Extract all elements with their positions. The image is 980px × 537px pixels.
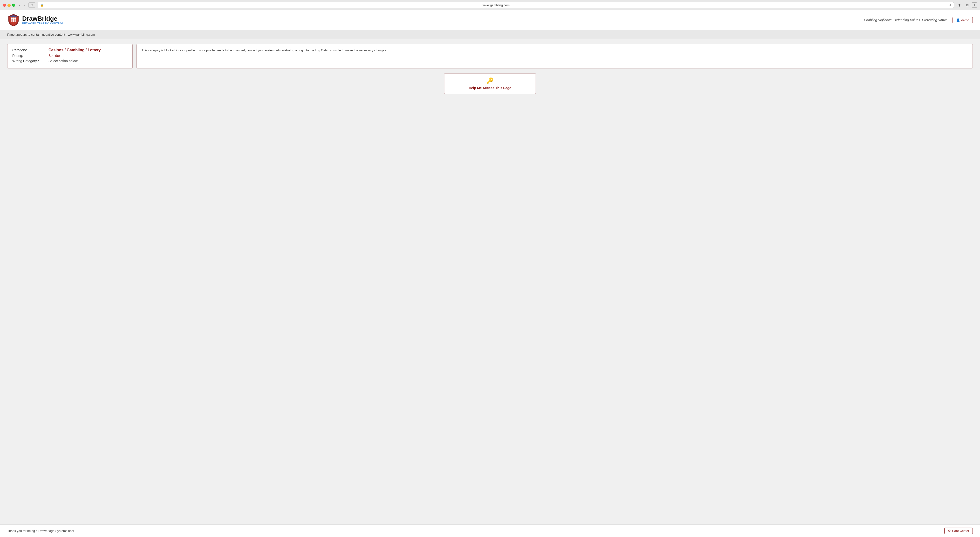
close-traffic-light[interactable] bbox=[3, 4, 6, 7]
access-button-wrap: 🔑 Help Me Access This Page bbox=[7, 73, 973, 94]
address-bar-container: 🔒 ↺ bbox=[38, 2, 954, 8]
care-center-icon: ⚙ bbox=[948, 529, 951, 533]
site-header: DrawBridge NETWORK TRAFFIC CONTROL Enabl… bbox=[0, 10, 980, 30]
svg-rect-0 bbox=[11, 18, 12, 22]
nav-buttons: ‹ › bbox=[18, 3, 26, 8]
browser-chrome: ‹ › ⊡ 🔒 ↺ ⬆ ⧉ + bbox=[0, 0, 980, 10]
tab-view-button[interactable]: ⊡ bbox=[29, 2, 35, 8]
category-label: Category: bbox=[12, 48, 46, 52]
page-wrapper: DrawBridge NETWORK TRAFFIC CONTROL Enabl… bbox=[0, 10, 980, 537]
traffic-lights bbox=[3, 4, 15, 7]
svg-rect-3 bbox=[11, 17, 12, 19]
demo-label: demo bbox=[961, 18, 969, 22]
brand-subtitle: NETWORK TRAFFIC CONTROL bbox=[22, 22, 64, 25]
wrong-category-row: Wrong Category? Select action below bbox=[12, 59, 127, 63]
block-description: This category is blocked in your profile… bbox=[142, 48, 968, 53]
maximize-traffic-light[interactable] bbox=[12, 4, 15, 7]
alert-banner: Page appears to contain negative content… bbox=[0, 30, 980, 39]
left-info-card: Category: Casinos / Gambling / Lottery R… bbox=[7, 44, 133, 68]
category-row: Category: Casinos / Gambling / Lottery bbox=[12, 48, 127, 52]
duplicate-button[interactable]: ⧉ bbox=[964, 2, 970, 8]
category-value: Casinos / Gambling / Lottery bbox=[48, 48, 101, 52]
alert-text: Page appears to contain negative content… bbox=[7, 33, 95, 37]
forward-button[interactable]: › bbox=[22, 3, 26, 8]
svg-rect-4 bbox=[13, 17, 15, 19]
help-access-button[interactable]: 🔑 Help Me Access This Page bbox=[444, 73, 536, 94]
demo-button[interactable]: 👤 demo bbox=[953, 17, 973, 23]
care-center-label: Care Center bbox=[952, 529, 969, 533]
site-footer: Thank you for being a Drawbridge Systems… bbox=[0, 524, 980, 537]
rating-row: Rating: Boulder bbox=[12, 54, 127, 57]
key-icon: 🔑 bbox=[486, 77, 494, 84]
cards-row: Category: Casinos / Gambling / Lottery R… bbox=[7, 44, 973, 68]
footer-text: Thank you for being a Drawbridge Systems… bbox=[7, 529, 74, 533]
page-spacer bbox=[0, 101, 980, 524]
tagline: Enabling Vigilance. Defending Values. Pr… bbox=[864, 18, 948, 22]
browser-actions: ⬆ ⧉ + bbox=[956, 2, 977, 8]
svg-rect-2 bbox=[14, 18, 16, 22]
back-button[interactable]: ‹ bbox=[18, 3, 22, 8]
demo-icon: 👤 bbox=[956, 18, 960, 22]
main-content: Category: Casinos / Gambling / Lottery R… bbox=[0, 39, 980, 101]
share-button[interactable]: ⬆ bbox=[956, 2, 963, 8]
brand-name: DrawBridge bbox=[22, 15, 64, 22]
wrong-category-label: Wrong Category? bbox=[12, 59, 46, 63]
brand-text: DrawBridge NETWORK TRAFFIC CONTROL bbox=[22, 15, 64, 25]
access-button-label: Help Me Access This Page bbox=[469, 86, 511, 90]
lock-icon: 🔒 bbox=[40, 4, 44, 7]
rating-value: Boulder bbox=[48, 54, 60, 57]
svg-rect-5 bbox=[15, 17, 16, 19]
svg-rect-1 bbox=[13, 18, 14, 22]
address-bar[interactable] bbox=[45, 3, 947, 7]
logo-area: DrawBridge NETWORK TRAFFIC CONTROL bbox=[7, 14, 64, 26]
header-right: Enabling Vigilance. Defending Values. Pr… bbox=[864, 17, 973, 23]
add-tab-button[interactable]: + bbox=[972, 2, 977, 8]
reload-button[interactable]: ↺ bbox=[948, 3, 951, 7]
right-info-card: This category is blocked in your profile… bbox=[137, 44, 973, 68]
wrong-category-value: Select action below bbox=[48, 59, 78, 63]
care-center-button[interactable]: ⚙ Care Center bbox=[944, 527, 973, 534]
shield-logo bbox=[7, 14, 20, 26]
rating-label: Rating: bbox=[12, 54, 46, 57]
minimize-traffic-light[interactable] bbox=[8, 4, 11, 7]
